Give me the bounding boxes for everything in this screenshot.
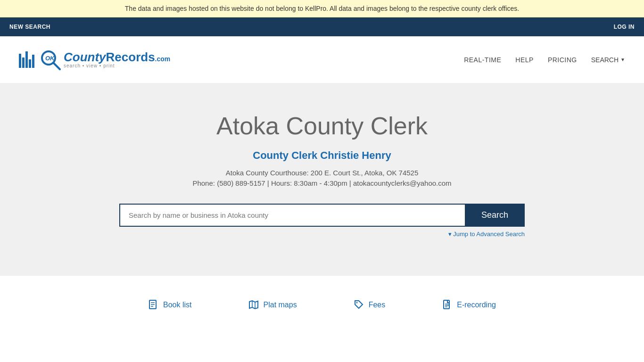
logo-bars-icon <box>19 51 34 68</box>
login-link[interactable]: LOG IN <box>614 24 635 30</box>
clerk-address: Atoka County Courthouse: 200 E. Court St… <box>9 169 635 177</box>
nav-search-label: SEARCH <box>591 56 619 64</box>
tag-icon <box>354 299 365 311</box>
logo-records: Records <box>106 50 155 64</box>
footer-link-label: Fees <box>369 301 386 309</box>
site-header: OK CountyRecords.com search • view • pri… <box>0 36 644 83</box>
footer-link-map-icon[interactable]: Plat maps <box>248 299 297 311</box>
logo-tagline: search • view • print <box>64 63 170 68</box>
clerk-name: County Clerk Christie Henry <box>9 149 635 162</box>
logo-ok: County <box>64 50 106 64</box>
footer-link-label: E-recording <box>457 301 496 309</box>
footer-links-section: Book listPlat mapsFeesE-recording <box>0 275 644 334</box>
footer-link-label: Book list <box>163 301 191 309</box>
document-icon <box>442 299 453 311</box>
nav-search-dropdown[interactable]: SEARCH ▼ <box>591 56 625 64</box>
search-button[interactable]: Search <box>465 204 525 227</box>
new-search-link[interactable]: NEW SEARCH <box>9 24 50 30</box>
logo-wrapper: OK CountyRecords.com search • view • pri… <box>19 49 170 71</box>
svg-point-9 <box>356 302 357 304</box>
nav-help[interactable]: HELP <box>515 56 534 64</box>
search-form: Search <box>119 204 525 227</box>
nav-pricing[interactable]: PRICING <box>548 56 577 64</box>
bar2 <box>22 58 25 68</box>
logo-brand-text: CountyRecords.com search • view • print <box>64 51 170 68</box>
footer-link-tag-icon[interactable]: Fees <box>354 299 386 311</box>
advanced-search-link[interactable]: ▾ Jump to Advanced Search <box>448 230 525 238</box>
footer-link-document-icon[interactable]: E-recording <box>442 299 496 311</box>
logo-circle-icon: OK <box>39 49 62 71</box>
banner-text: The data and images hosted on this websi… <box>125 5 519 12</box>
bar5 <box>32 55 34 68</box>
footer-link-book-icon[interactable]: Book list <box>148 299 191 311</box>
main-nav: REAL-TIME HELP PRICING SEARCH ▼ <box>464 56 625 64</box>
svg-rect-10 <box>444 300 449 309</box>
clerk-contact: Phone: (580) 889-5157 | Hours: 8:30am - … <box>9 179 635 187</box>
book-icon <box>148 299 159 311</box>
map-icon <box>248 299 260 311</box>
svg-line-1 <box>53 63 60 69</box>
bar3 <box>25 51 28 68</box>
bar4 <box>29 59 31 68</box>
logo-area[interactable]: OK CountyRecords.com search • view • pri… <box>19 49 170 71</box>
search-input[interactable] <box>119 204 465 227</box>
nav-realtime[interactable]: REAL-TIME <box>464 56 501 64</box>
county-title: Atoka County Clerk <box>9 112 635 140</box>
hero-section: Atoka County Clerk County Clerk Christie… <box>0 83 644 275</box>
chevron-down-icon: ▼ <box>620 57 625 62</box>
top-nav-bar: NEW SEARCH LOG IN <box>0 17 644 36</box>
advanced-search-container: ▾ Jump to Advanced Search <box>119 230 525 238</box>
footer-link-label: Plat maps <box>264 301 297 309</box>
logo-dotcom: .com <box>155 55 171 63</box>
bar1 <box>19 54 21 68</box>
notice-banner: The data and images hosted on this websi… <box>0 0 644 17</box>
svg-text:OK: OK <box>45 55 55 62</box>
